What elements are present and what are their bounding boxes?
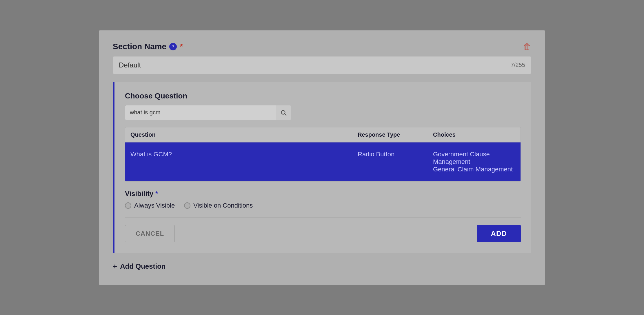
section-name-input-wrapper: 7/255	[113, 56, 531, 74]
cancel-button[interactable]: CANCEL	[125, 225, 175, 242]
choice-1: Government Clause Management	[433, 151, 515, 166]
add-button[interactable]: ADD	[477, 225, 521, 242]
radio-always-visible-circle	[125, 202, 131, 209]
radio-always-visible-label: Always Visible	[134, 202, 175, 209]
actions-row: CANCEL ADD	[125, 225, 521, 242]
svg-line-1	[285, 114, 286, 115]
radio-always-visible[interactable]: Always Visible	[125, 202, 175, 209]
radio-conditions-label: Visible on Conditions	[193, 202, 253, 209]
search-button[interactable]	[276, 105, 291, 120]
visibility-label: Visibility *	[125, 190, 521, 198]
inner-panel: Choose Question Question Response Type C…	[113, 82, 531, 253]
section-name-input[interactable]	[119, 61, 511, 69]
divider	[125, 217, 521, 218]
modal: Section Name ? * 🗑 7/255 Choose Question	[99, 30, 545, 285]
radio-visible-on-conditions[interactable]: Visible on Conditions	[184, 202, 253, 209]
search-input[interactable]	[125, 105, 276, 120]
row-response-type: Radio Button	[352, 142, 428, 181]
section-name-row: Section Name ? * 🗑	[113, 42, 531, 52]
help-icon[interactable]: ?	[169, 43, 177, 50]
table-header: Question Response Type Choices	[125, 127, 521, 142]
col-choices: Choices	[428, 127, 521, 142]
add-question-row[interactable]: + Add Question	[113, 262, 531, 271]
choice-2: General Claim Management	[433, 166, 515, 173]
delete-icon[interactable]: 🗑	[523, 42, 531, 52]
search-row	[125, 105, 521, 120]
overlay: Section Name ? * 🗑 7/255 Choose Question	[0, 0, 644, 315]
table-row[interactable]: What is GCM? Radio Button Government Cla…	[125, 142, 521, 181]
choose-question-label: Choose Question	[125, 91, 521, 100]
row-question: What is GCM?	[125, 142, 352, 181]
plus-icon: +	[113, 262, 117, 271]
search-icon	[280, 109, 287, 116]
radio-group: Always Visible Visible on Conditions	[125, 202, 521, 209]
col-response-type: Response Type	[352, 127, 428, 142]
question-table: Question Response Type Choices What is G…	[125, 127, 521, 182]
row-choices: Government Clause Management General Cla…	[428, 142, 521, 181]
char-count: 7/255	[511, 62, 525, 68]
visibility-section: Visibility * Always Visible Visible on C…	[125, 190, 521, 209]
visibility-required-star: *	[155, 190, 158, 197]
section-name-text: Section Name	[113, 42, 166, 51]
add-question-label: Add Question	[120, 262, 165, 270]
section-name-label: Section Name ? *	[113, 42, 183, 51]
col-question: Question	[125, 127, 352, 142]
required-star: *	[180, 42, 183, 51]
radio-conditions-circle	[184, 202, 190, 209]
